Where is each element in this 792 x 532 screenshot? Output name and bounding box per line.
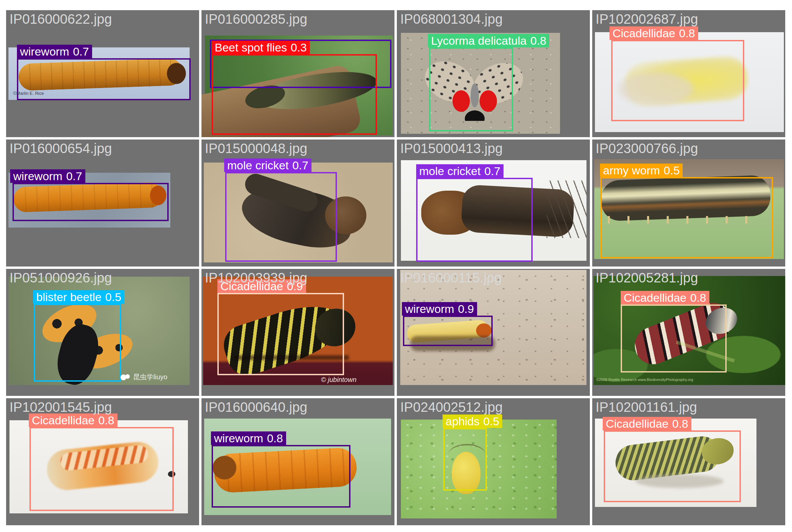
image-filename: IP102001545.jpg <box>9 400 112 415</box>
image-filename: IP068001304.jpg <box>400 12 503 27</box>
insect-art-part <box>546 180 586 238</box>
bounding-box <box>416 178 533 262</box>
bounding-box <box>443 428 487 491</box>
detection-label: Beet spot flies0.3 <box>212 41 310 54</box>
bounding-box <box>217 293 344 375</box>
detection-class: Cicadellidae <box>624 291 687 304</box>
detection-score: 0.8 <box>267 432 283 445</box>
detection-label: wireworm0.7 <box>10 169 85 183</box>
detection-label: Cicadellidae0.8 <box>603 417 692 431</box>
insect-photo: Cicadellidae0.9 © jubintown <box>203 277 393 385</box>
bounding-box <box>212 54 377 135</box>
bounding-box <box>13 183 169 221</box>
bounding-box <box>604 431 741 502</box>
image-filename: IP015000048.jpg <box>205 141 307 156</box>
detection-class: wireworm <box>13 169 62 183</box>
image-tile: IP015000048.jpg mole cricket0.7 <box>201 139 394 266</box>
detection-class: Beet spot flies <box>215 41 287 54</box>
image-filename: IP102001161.jpg <box>596 400 697 415</box>
insect-photo: aphids0.5 <box>401 420 557 518</box>
image-tile: IP016000654.jpg wireworm0.7 <box>6 139 199 266</box>
detection-label: Cicadellidae0.8 <box>610 26 698 40</box>
detection-class: Cicadellidae <box>613 26 675 40</box>
bounding-box <box>212 445 350 508</box>
image-tile: IP102002687.jpg Cicadellidae0.8 <box>592 10 785 137</box>
insect-photo: mole cricket0.7 <box>204 163 393 263</box>
image-tile: IP024002512.jpg aphids0.5 <box>397 398 590 525</box>
detection-class: wireworm <box>214 432 263 445</box>
image-filename: IP102003939.jpg <box>205 270 307 285</box>
insect-photo: wireworm0.8 <box>204 419 391 515</box>
detection-class: wireworm <box>405 302 454 316</box>
image-filename: IP051000926.jpg <box>9 270 112 285</box>
watermark: ©Marlin E. Rice <box>13 91 44 96</box>
image-filename: IP016000285.jpg <box>205 12 307 27</box>
image-tile: IP015000413.jpg mole cricket0.7 <box>397 139 590 266</box>
detection-label: wireworm0.9 <box>402 302 477 316</box>
image-tile: IP102005281.jpg Cicadellidae0.8 ©2008 Re… <box>592 269 785 396</box>
image-filename: IP016000115.jpg <box>400 270 502 285</box>
image-filename: IP016000622.jpg <box>9 12 112 27</box>
insect-photo: Cicadellidae0.8 <box>9 420 188 513</box>
insect-photo: wireworm0.9 <box>400 270 586 385</box>
image-tile: IP016000640.jpg wireworm0.8 <box>201 398 394 525</box>
image-filename: IP024002512.jpg <box>400 400 503 415</box>
detection-label: wireworm0.8 <box>211 432 286 445</box>
detection-score: 0.5 <box>105 290 121 304</box>
detection-score: 0.5 <box>483 415 499 428</box>
insect-photo: Lycorma delicatula0.8 <box>401 33 560 134</box>
detection-score: 0.8 <box>679 26 695 40</box>
insect-photo: wireworm0.7 <box>8 173 170 228</box>
detection-class: army worm <box>603 164 660 177</box>
image-filename: IP015000413.jpg <box>400 141 503 156</box>
detection-class: aphids <box>446 415 480 428</box>
insect-photo: wireworm0.7 ©Marlin E. Rice <box>8 48 190 100</box>
bounding-box <box>429 48 513 131</box>
detection-class: Cicadellidae <box>32 414 95 427</box>
detection-score: 0.8 <box>690 291 706 304</box>
insect-photo: army worm0.5 <box>594 159 784 259</box>
detection-score: 0.8 <box>98 414 114 427</box>
insect-photo: Cicadellidae0.8 ©2008 Reptile Research w… <box>594 276 785 385</box>
detection-score: 0.7 <box>292 158 308 172</box>
detection-score: 0.5 <box>664 164 680 177</box>
detection-label: army worm0.5 <box>600 164 683 177</box>
image-filename: IP102002687.jpg <box>596 12 698 27</box>
detection-class: wireworm <box>20 45 69 58</box>
detection-label: wireworm0.7 <box>17 45 92 58</box>
detection-label: mole cricket0.7 <box>416 164 503 178</box>
detection-class: blister beetle <box>36 290 101 304</box>
image-tile: IP016000285.jpg Beet spot flies0.3 <box>201 10 394 137</box>
detection-score: 0.7 <box>73 45 89 58</box>
insect-photo: Cicadellidae0.8 <box>595 419 756 507</box>
image-tile: IP016000622.jpg wireworm0.7 ©Marlin E. R… <box>6 10 199 137</box>
image-filename: IP023000766.jpg <box>596 141 698 156</box>
bounding-box <box>621 304 727 373</box>
detection-class: Cicadellidae <box>606 417 669 431</box>
watermark: 昆虫学liuyo <box>120 373 167 382</box>
detection-results-grid: IP016000622.jpg wireworm0.7 ©Marlin E. R… <box>0 0 792 532</box>
insect-photo: Cicadellidae0.8 <box>595 32 784 132</box>
bounding-box <box>600 177 773 259</box>
insect-photo: blister beetle0.5 昆虫学liuyo <box>8 277 190 385</box>
watermark: ©2008 Reptile Research www.BiodiversityP… <box>596 378 693 382</box>
insect-photo: Beet spot flies0.3 <box>205 36 393 135</box>
image-tile: IP051000926.jpg blister beetle0.5 昆虫学liu… <box>6 269 199 396</box>
image-tile: IP102003939.jpg Cicadellidae0.9 © jubint… <box>201 269 394 396</box>
detection-score: 0.8 <box>530 34 546 48</box>
detection-class: mole cricket <box>227 158 289 172</box>
image-tile: IP102001545.jpg Cicadellidae0.8 <box>6 398 199 525</box>
bounding-box <box>611 40 744 121</box>
detection-label: Lycorma delicatula0.8 <box>428 34 549 48</box>
image-tile: IP023000766.jpg army worm0.5 <box>592 139 785 266</box>
detection-label: blister beetle0.5 <box>33 290 124 304</box>
image-tile: IP016000115.jpg wireworm0.9 <box>397 269 590 396</box>
bounding-box <box>30 427 174 511</box>
detection-class: Lycorma delicatula <box>431 34 526 48</box>
detection-score: 0.7 <box>484 164 500 178</box>
detection-label: mole cricket0.7 <box>224 158 311 172</box>
detection-score: 0.9 <box>458 302 474 316</box>
insect-photo: mole cricket0.7 <box>401 160 586 261</box>
bounding-box <box>225 172 337 262</box>
bounding-box <box>34 304 121 382</box>
